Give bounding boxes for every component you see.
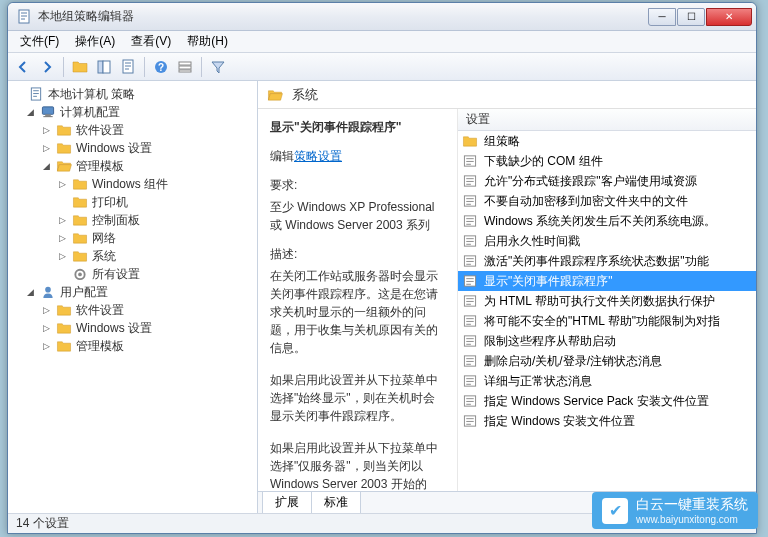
list-item-label: 删除启动/关机/登录/注销状态消息	[484, 353, 662, 370]
setting-icon	[462, 174, 478, 188]
list-item-label: 启用永久性时间戳	[484, 233, 580, 250]
list-item-label: 将可能不安全的"HTML 帮助"功能限制为对指	[484, 313, 720, 330]
list-item[interactable]: 指定 Windows Service Pack 安装文件位置	[458, 391, 756, 411]
gear-icon	[72, 267, 88, 281]
folder-icon	[72, 195, 88, 209]
tree-control-panel[interactable]: ▷控制面板	[8, 211, 257, 229]
tree-user-software[interactable]: ▷软件设置	[8, 301, 257, 319]
menu-file[interactable]: 文件(F)	[12, 31, 67, 52]
minimize-button[interactable]: ─	[648, 8, 676, 26]
up-button[interactable]	[69, 56, 91, 78]
tree-admin-templates[interactable]: ◢管理模板	[8, 157, 257, 175]
setting-icon	[462, 294, 478, 308]
list-item[interactable]: 允许"分布式链接跟踪"客户端使用域资源	[458, 171, 756, 191]
list-item-label: 指定 Windows 安装文件位置	[484, 413, 635, 430]
tree-computer-config[interactable]: ◢计算机配置	[8, 103, 257, 121]
desc-edit-label: 编辑	[270, 149, 294, 163]
watermark: ✔ 白云一键重装系统 www.baiyunxitong.com	[592, 492, 758, 529]
setting-icon	[462, 274, 478, 288]
svg-rect-17	[179, 70, 191, 72]
titlebar[interactable]: 本地组策略编辑器 ─ ☐ ✕	[8, 3, 756, 31]
tree-all-settings[interactable]: 所有设置	[8, 265, 257, 283]
folder-open-icon	[56, 159, 72, 173]
setting-icon	[462, 314, 478, 328]
folder-icon	[72, 231, 88, 245]
svg-rect-16	[179, 66, 191, 69]
setting-icon	[462, 374, 478, 388]
tree-printers[interactable]: 打印机	[8, 193, 257, 211]
list-item-label: Windows 系统关闭发生后不关闭系统电源。	[484, 213, 716, 230]
list-item[interactable]: 下载缺少的 COM 组件	[458, 151, 756, 171]
desc-p2: 如果启用此设置并从下拉菜单中选择"始终显示"，则在关机时会显示关闭事件跟踪程序。	[270, 371, 445, 425]
list-item[interactable]: 删除启动/关机/登录/注销状态消息	[458, 351, 756, 371]
watermark-icon: ✔	[602, 498, 628, 524]
tree-windows-components[interactable]: ▷Windows 组件	[8, 175, 257, 193]
svg-rect-11	[98, 61, 103, 73]
setting-icon	[462, 234, 478, 248]
help-button[interactable]: ?	[150, 56, 172, 78]
window-title: 本地组策略编辑器	[38, 8, 648, 25]
list-item[interactable]: 不要自动加密移到加密文件夹中的文件	[458, 191, 756, 211]
tree-windows-settings[interactable]: ▷Windows 设置	[8, 139, 257, 157]
list-item[interactable]: 详细与正常状态消息	[458, 371, 756, 391]
folder-icon	[72, 177, 88, 191]
list-item-label: 不要自动加密移到加密文件夹中的文件	[484, 193, 688, 210]
folder-icon	[56, 141, 72, 155]
properties-button[interactable]	[174, 56, 196, 78]
tree-user-config[interactable]: ◢用户配置	[8, 283, 257, 301]
folder-icon	[56, 303, 72, 317]
tree-software-settings[interactable]: ▷软件设置	[8, 121, 257, 139]
forward-button[interactable]	[36, 56, 58, 78]
folder-open-icon	[266, 88, 284, 102]
list-item[interactable]: 限制这些程序从帮助启动	[458, 331, 756, 351]
list-item-label: 下载缺少的 COM 组件	[484, 153, 603, 170]
list-item-label: 允许"分布式链接跟踪"客户端使用域资源	[484, 173, 697, 190]
toolbar-separator	[144, 57, 145, 77]
watermark-url: www.baiyunxitong.com	[636, 514, 748, 525]
back-button[interactable]	[12, 56, 34, 78]
list-item[interactable]: 激活"关闭事件跟踪程序系统状态数据"功能	[458, 251, 756, 271]
list-item[interactable]: 指定 Windows 安装文件位置	[458, 411, 756, 431]
export-button[interactable]	[117, 56, 139, 78]
filter-button[interactable]	[207, 56, 229, 78]
tree-network[interactable]: ▷网络	[8, 229, 257, 247]
list-item[interactable]: 为 HTML 帮助可执行文件关闭数据执行保护	[458, 291, 756, 311]
folder-icon	[72, 213, 88, 227]
menu-view[interactable]: 查看(V)	[123, 31, 179, 52]
menu-action[interactable]: 操作(A)	[67, 31, 123, 52]
list-item[interactable]: 组策略	[458, 131, 756, 151]
desc-req-text: 至少 Windows XP Professional 或 Windows Ser…	[270, 198, 445, 234]
folder-icon	[56, 339, 72, 353]
svg-text:?: ?	[158, 62, 164, 73]
tree-pane[interactable]: 本地计算机 策略 ◢计算机配置 ▷软件设置 ▷Windows 设置 ◢管理模板 …	[8, 81, 258, 513]
toolbar: ?	[8, 53, 756, 81]
tree-user-windows[interactable]: ▷Windows 设置	[8, 319, 257, 337]
policy-settings-link[interactable]: 策略设置	[294, 149, 342, 163]
tree-user-admin[interactable]: ▷管理模板	[8, 337, 257, 355]
status-text: 14 个设置	[16, 515, 69, 532]
list-header[interactable]: 设置	[458, 109, 756, 131]
right-body: 显示"关闭事件跟踪程序" 编辑策略设置 要求: 至少 Windows XP Pr…	[258, 109, 756, 491]
svg-rect-15	[179, 62, 191, 65]
list-item[interactable]: Windows 系统关闭发生后不关闭系统电源。	[458, 211, 756, 231]
tab-extended[interactable]: 扩展	[262, 491, 312, 513]
main-window: 本地组策略编辑器 ─ ☐ ✕ 文件(F) 操作(A) 查看(V) 帮助(H) ?…	[7, 2, 757, 534]
show-hide-tree-button[interactable]	[93, 56, 115, 78]
tab-standard[interactable]: 标准	[311, 491, 361, 513]
tree-root[interactable]: 本地计算机 策略	[8, 85, 257, 103]
list-item[interactable]: 显示"关闭事件跟踪程序"	[458, 271, 756, 291]
list-body[interactable]: 组策略下载缺少的 COM 组件允许"分布式链接跟踪"客户端使用域资源不要自动加密…	[458, 131, 756, 491]
list-item-label: 限制这些程序从帮助启动	[484, 333, 616, 350]
setting-icon	[462, 254, 478, 268]
watermark-title: 白云一键重装系统	[636, 496, 748, 512]
setting-icon	[462, 394, 478, 408]
list-item[interactable]: 启用永久性时间戳	[458, 231, 756, 251]
toolbar-separator	[63, 57, 64, 77]
tree-system[interactable]: ▷系统	[8, 247, 257, 265]
list-item-label: 指定 Windows Service Pack 安装文件位置	[484, 393, 709, 410]
close-button[interactable]: ✕	[706, 8, 752, 26]
list-item[interactable]: 将可能不安全的"HTML 帮助"功能限制为对指	[458, 311, 756, 331]
menu-help[interactable]: 帮助(H)	[179, 31, 236, 52]
maximize-button[interactable]: ☐	[677, 8, 705, 26]
toolbar-separator	[201, 57, 202, 77]
